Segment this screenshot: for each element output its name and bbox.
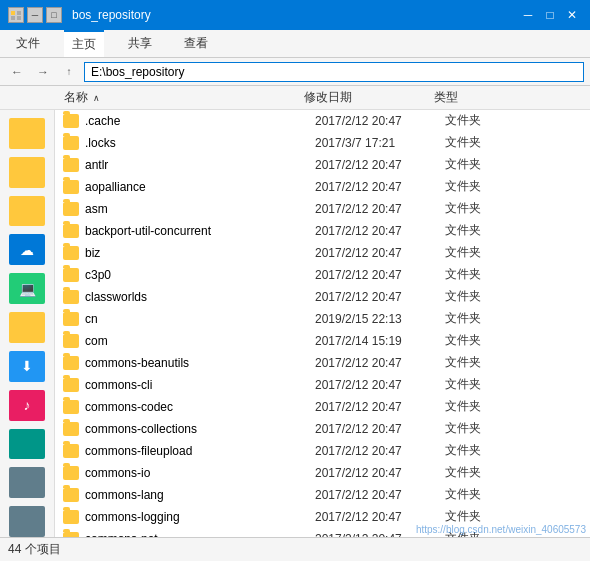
- file-name: commons-beanutils: [85, 356, 315, 370]
- col-header-type[interactable]: 类型: [430, 89, 510, 106]
- quick-access-1-icon[interactable]: ─: [27, 7, 43, 23]
- sidebar-item-7[interactable]: [9, 506, 45, 537]
- computer-icon: 💻: [19, 281, 36, 297]
- address-input[interactable]: [84, 62, 584, 82]
- up-button[interactable]: ↑: [58, 61, 80, 83]
- file-type: 文件夹: [445, 464, 525, 481]
- sidebar-item-6[interactable]: [9, 467, 45, 498]
- sidebar-item-3[interactable]: [9, 196, 45, 227]
- watermark: https://blog.csdn.net/weixin_40605573: [412, 522, 590, 537]
- table-row[interactable]: aopalliance2017/2/12 20:47文件夹: [55, 176, 590, 198]
- file-type: 文件夹: [445, 486, 525, 503]
- download-icon: ⬇: [21, 358, 33, 374]
- file-type: 文件夹: [445, 420, 525, 437]
- file-name: com: [85, 334, 315, 348]
- table-row[interactable]: commons-fileupload2017/2/12 20:47文件夹: [55, 440, 590, 462]
- tab-home[interactable]: 主页: [64, 30, 104, 57]
- file-type: 文件夹: [445, 156, 525, 173]
- file-name: commons-fileupload: [85, 444, 315, 458]
- file-date: 2017/2/12 20:47: [315, 400, 445, 414]
- file-name: commons-net: [85, 532, 315, 538]
- table-row[interactable]: com2017/2/14 15:19文件夹: [55, 330, 590, 352]
- file-date: 2017/2/12 20:47: [315, 114, 445, 128]
- sidebar: ☁ 💻 ⬇ ♪: [0, 110, 55, 537]
- tab-view[interactable]: 查看: [176, 31, 216, 56]
- file-date: 2017/2/12 20:47: [315, 488, 445, 502]
- quick-access-2-icon[interactable]: □: [46, 7, 62, 23]
- sidebar-item-download[interactable]: ⬇: [9, 351, 45, 382]
- file-type: 文件夹: [445, 354, 525, 371]
- file-date: 2017/2/12 20:47: [315, 378, 445, 392]
- file-type: 文件夹: [445, 266, 525, 283]
- file-name: antlr: [85, 158, 315, 172]
- file-date: 2017/2/14 15:19: [315, 334, 445, 348]
- table-row[interactable]: antlr2017/2/12 20:47文件夹: [55, 154, 590, 176]
- folder-icon: [63, 532, 79, 538]
- title-bar: ─ □ bos_repository ─ □ ✕: [0, 0, 590, 30]
- folder-icon: [63, 466, 79, 480]
- svg-rect-0: [11, 11, 15, 15]
- file-type: 文件夹: [445, 178, 525, 195]
- folder-icon: [63, 158, 79, 172]
- file-type: 文件夹: [445, 112, 525, 129]
- back-button[interactable]: ←: [6, 61, 28, 83]
- table-row[interactable]: .locks2017/3/7 17:21文件夹: [55, 132, 590, 154]
- file-type: 文件夹: [445, 200, 525, 217]
- table-row[interactable]: commons-collections2017/2/12 20:47文件夹: [55, 418, 590, 440]
- file-list[interactable]: .cache2017/2/12 20:47文件夹.locks2017/3/7 1…: [55, 110, 590, 537]
- table-row[interactable]: .cache2017/2/12 20:47文件夹: [55, 110, 590, 132]
- sidebar-item-cloud[interactable]: ☁: [9, 234, 45, 265]
- file-date: 2017/2/12 20:47: [315, 422, 445, 436]
- file-date: 2019/2/15 22:13: [315, 312, 445, 326]
- maximize-button[interactable]: □: [540, 5, 560, 25]
- table-row[interactable]: commons-beanutils2017/2/12 20:47文件夹: [55, 352, 590, 374]
- table-row[interactable]: c3p02017/2/12 20:47文件夹: [55, 264, 590, 286]
- title-bar-title: bos_repository: [72, 8, 151, 22]
- svg-rect-3: [17, 16, 21, 20]
- table-row[interactable]: commons-lang2017/2/12 20:47文件夹: [55, 484, 590, 506]
- table-row[interactable]: asm2017/2/12 20:47文件夹: [55, 198, 590, 220]
- tab-share[interactable]: 共享: [120, 31, 160, 56]
- file-name: asm: [85, 202, 315, 216]
- file-date: 2017/2/12 20:47: [315, 246, 445, 260]
- sidebar-item-music[interactable]: ♪: [9, 390, 45, 421]
- table-row[interactable]: commons-io2017/2/12 20:47文件夹: [55, 462, 590, 484]
- svg-rect-2: [17, 11, 21, 15]
- file-name: .locks: [85, 136, 315, 150]
- folder-icon: [63, 444, 79, 458]
- col-header-name[interactable]: 名称 ∧: [60, 89, 300, 106]
- col-header-date[interactable]: 修改日期: [300, 89, 430, 106]
- sidebar-item-4[interactable]: [9, 312, 45, 343]
- sidebar-item-5[interactable]: [9, 429, 45, 460]
- folder-icon: [63, 312, 79, 326]
- file-date: 2017/2/12 20:47: [315, 202, 445, 216]
- folder-icon: [63, 114, 79, 128]
- minimize-button[interactable]: ─: [518, 5, 538, 25]
- file-date: 2017/2/12 20:47: [315, 466, 445, 480]
- table-row[interactable]: backport-util-concurrent2017/2/12 20:47文…: [55, 220, 590, 242]
- close-button[interactable]: ✕: [562, 5, 582, 25]
- ribbon: 文件 主页 共享 查看: [0, 30, 590, 58]
- table-row[interactable]: cn2019/2/15 22:13文件夹: [55, 308, 590, 330]
- table-row[interactable]: commons-codec2017/2/12 20:47文件夹: [55, 396, 590, 418]
- table-row[interactable]: biz2017/2/12 20:47文件夹: [55, 242, 590, 264]
- title-bar-icons: ─ □: [8, 7, 62, 23]
- system-menu-icon[interactable]: [8, 7, 24, 23]
- folder-icon: [63, 290, 79, 304]
- tab-file[interactable]: 文件: [8, 31, 48, 56]
- folder-icon: [63, 268, 79, 282]
- file-name: commons-lang: [85, 488, 315, 502]
- file-name: .cache: [85, 114, 315, 128]
- sidebar-item-1[interactable]: [9, 118, 45, 149]
- file-date: 2017/2/12 20:47: [315, 224, 445, 238]
- file-date: 2017/2/12 20:47: [315, 290, 445, 304]
- file-type: 文件夹: [445, 332, 525, 349]
- folder-icon: [63, 422, 79, 436]
- file-type: 文件夹: [445, 376, 525, 393]
- sidebar-item-2[interactable]: [9, 157, 45, 188]
- sidebar-item-computer[interactable]: 💻: [9, 273, 45, 304]
- table-row[interactable]: classworlds2017/2/12 20:47文件夹: [55, 286, 590, 308]
- forward-button[interactable]: →: [32, 61, 54, 83]
- table-row[interactable]: commons-cli2017/2/12 20:47文件夹: [55, 374, 590, 396]
- file-name: cn: [85, 312, 315, 326]
